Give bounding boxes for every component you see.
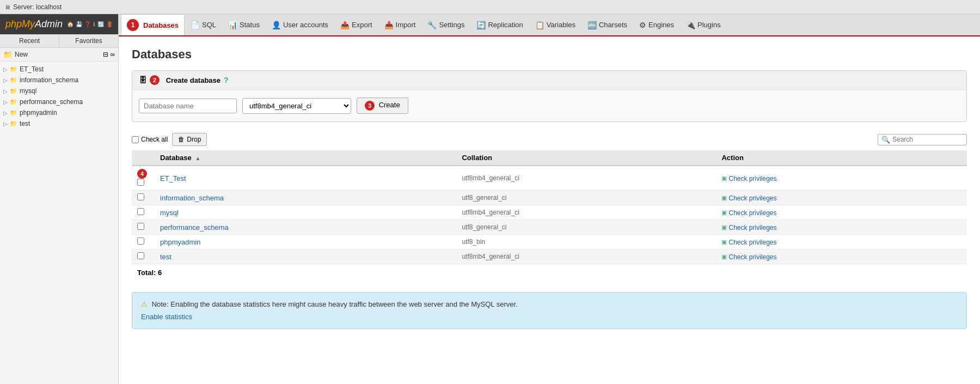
row-checkbox[interactable]	[137, 208, 144, 215]
check-all-text: Check all	[141, 136, 168, 143]
enable-statistics-link[interactable]: Enable statistics	[141, 313, 192, 321]
tab-plugins[interactable]: 🔌 Plugins	[680, 16, 727, 34]
db-folder-icon: 📁	[10, 120, 17, 127]
tab-charsets-icon: 🔤	[587, 21, 597, 29]
search-input[interactable]	[892, 136, 963, 143]
tab-replication[interactable]: 🔄 Replication	[470, 16, 529, 34]
check-all-label[interactable]: Check all	[132, 136, 168, 143]
th-database[interactable]: Database ▲	[155, 150, 456, 166]
row-checkbox[interactable]	[137, 252, 144, 259]
sidebar-item-ET_Test[interactable]: ▷ 📁 ET_Test	[0, 64, 118, 75]
tab-import[interactable]: 📥 Import	[378, 16, 422, 34]
tab-settings-label: Settings	[439, 21, 464, 29]
tab-import-icon: 📥	[384, 21, 394, 29]
logo-icon-question[interactable]: ❓	[84, 21, 91, 27]
create-db-title: Create database	[166, 76, 220, 84]
collation-value: utf8_general_ci	[456, 220, 716, 235]
check-all-checkbox[interactable]	[132, 136, 139, 143]
priv-icon: ▣	[721, 253, 727, 260]
sidebar-item-mysql[interactable]: ▷ 📁 mysql	[0, 86, 118, 96]
logo-my: My	[22, 19, 35, 29]
new-database-item[interactable]: 📁 New	[3, 50, 28, 59]
row-checkbox[interactable]	[137, 237, 144, 245]
tab-engines[interactable]: ⚙ Engines	[633, 16, 680, 34]
db-name-input[interactable]	[139, 99, 237, 113]
tab-badge-1: 1	[127, 19, 139, 31]
sidebar-item-performance_schema[interactable]: ▷ 📁 performance_schema	[0, 96, 118, 107]
create-db-section: 🗄 2 Create database ? utf8mb4_general_ci…	[132, 70, 967, 122]
tab-charsets-label: Charsets	[599, 21, 627, 29]
db-folder-icon: 📁	[10, 88, 17, 95]
check-privileges-button[interactable]: ▣ Check privileges	[721, 194, 776, 202]
check-privileges-button[interactable]: ▣ Check privileges	[721, 224, 776, 231]
tab-sql[interactable]: 📄 SQL	[185, 16, 222, 34]
th-collation[interactable]: Collation	[456, 150, 716, 166]
db-name-mysql: mysql	[20, 87, 36, 95]
drop-button[interactable]: 🗑 Drop	[172, 133, 207, 146]
page-title: Databases	[132, 47, 967, 62]
check-privileges-button[interactable]: ▣ Check privileges	[721, 209, 776, 217]
sidebar-link-icon[interactable]: ∞	[110, 51, 115, 58]
collation-select[interactable]: utf8mb4_general_ci utf8_general_ci latin…	[242, 98, 351, 114]
db-name-link[interactable]: test	[160, 253, 171, 261]
db-folder-icon: 📁	[10, 77, 17, 84]
tab-engines-label: Engines	[648, 21, 674, 29]
row-checkbox[interactable]	[137, 179, 144, 186]
collation-value: utf8mb4_general_ci	[456, 166, 716, 191]
db-name-link[interactable]: phpmyadmin	[160, 238, 200, 246]
sidebar-logo: phpMyAdmin 🏠 💾 ❓ ℹ 🔃 🚪	[0, 14, 118, 34]
table-header-row: Database ▲ Collation Action	[132, 150, 967, 166]
sidebar-tab-recent[interactable]: Recent	[0, 34, 59, 47]
help-icon[interactable]: ?	[224, 76, 229, 84]
sidebar-item-information_schema[interactable]: ▷ 📁 information_schema	[0, 75, 118, 86]
db-name-link[interactable]: ET_Test	[160, 174, 186, 182]
logo-icon-db[interactable]: 💾	[76, 21, 82, 27]
logo-admin: Admin	[35, 19, 63, 29]
db-name-performance_schema: performance_schema	[20, 98, 83, 106]
check-privileges-button[interactable]: ▣ Check privileges	[721, 175, 776, 182]
tab-databases[interactable]: 1 Databases	[121, 14, 185, 36]
logo-icon-refresh[interactable]: 🔃	[97, 21, 104, 27]
priv-icon: ▣	[721, 224, 727, 231]
sidebar-expand-icon[interactable]: ⊟	[103, 51, 108, 58]
tree-expand-icon: ▷	[3, 121, 10, 127]
db-name-test: test	[20, 120, 30, 127]
tab-variables[interactable]: 📋 Variables	[529, 16, 581, 34]
tab-export[interactable]: 📤 Export	[334, 16, 378, 34]
drop-icon: 🗑	[178, 136, 185, 143]
priv-icon: ▣	[721, 209, 727, 216]
create-database-button[interactable]: 3 Create	[357, 97, 408, 114]
logo-icon-exit[interactable]: 🚪	[106, 21, 113, 27]
db-name-link[interactable]: information_schema	[160, 194, 224, 202]
tab-export-icon: 📤	[340, 21, 350, 29]
tab-user-accounts[interactable]: 👤 User accounts	[266, 16, 334, 34]
create-db-body: utf8mb4_general_ci utf8_general_ci latin…	[132, 90, 966, 121]
search-box: 🔍	[878, 134, 967, 145]
db-name-link[interactable]: performance_schema	[160, 223, 229, 231]
db-folder-icon: 📁	[10, 66, 17, 73]
sidebar-item-test[interactable]: ▷ 📁 test	[0, 118, 118, 129]
step-badge-4: 4	[137, 169, 147, 179]
logo-icon-info[interactable]: ℹ	[93, 21, 95, 27]
create-db-header[interactable]: 🗄 2 Create database ?	[132, 71, 966, 90]
tab-settings[interactable]: 🔧 Settings	[421, 16, 470, 34]
row-checkbox[interactable]	[137, 193, 144, 200]
create-btn-label: Create	[379, 101, 400, 109]
sidebar-tab-favorites[interactable]: Favorites	[59, 34, 118, 47]
table-row: performance_schemautf8_general_ci▣ Check…	[132, 220, 967, 235]
sidebar-item-phpmyadmin[interactable]: ▷ 📁 phpmyadmin	[0, 107, 118, 118]
db-name-link[interactable]: mysql	[160, 209, 179, 217]
check-privileges-button[interactable]: ▣ Check privileges	[721, 239, 776, 246]
sidebar-tabs: Recent Favorites	[0, 34, 118, 48]
tab-charsets[interactable]: 🔤 Charsets	[581, 16, 633, 34]
sidebar-tree: ▷ 📁 ET_Test ▷ 📁 information_schema ▷ 📁 m…	[0, 62, 118, 384]
topbar-icon: 🖥	[4, 4, 10, 10]
tree-expand-icon: ▷	[3, 99, 10, 105]
row-checkbox[interactable]	[137, 223, 144, 230]
step-badge-2: 2	[150, 75, 160, 85]
database-table: Database ▲ Collation Action 4ET_Testutf8…	[132, 150, 967, 264]
logo-icon-home[interactable]: 🏠	[67, 21, 74, 27]
check-privileges-button[interactable]: ▣ Check privileges	[721, 253, 776, 261]
tab-engines-icon: ⚙	[639, 21, 646, 29]
tab-status[interactable]: 📊 Status	[222, 16, 266, 34]
